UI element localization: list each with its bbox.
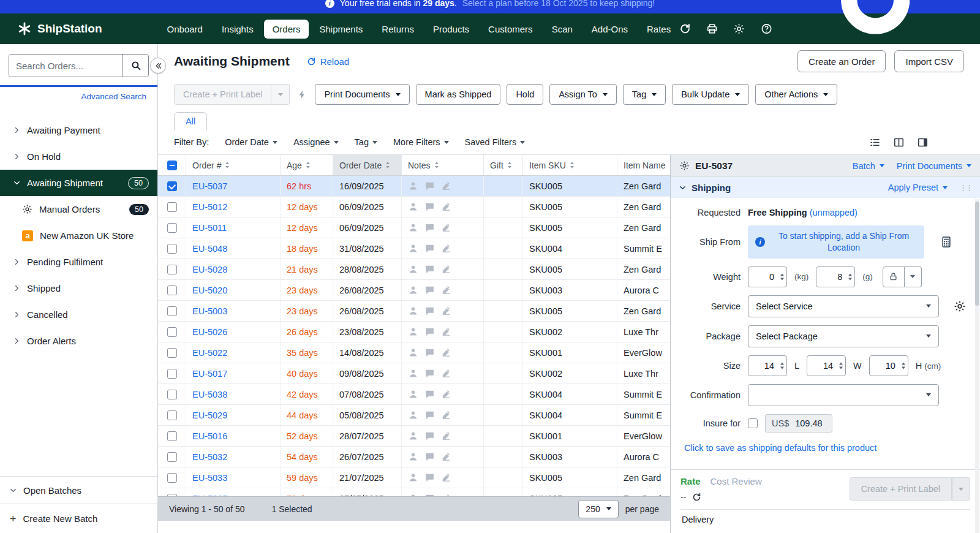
- order-number-link[interactable]: EU-5026: [192, 327, 227, 337]
- assignee-icon[interactable]: [408, 306, 418, 316]
- mark-as-shipped-button[interactable]: Mark as Shipped: [416, 84, 501, 105]
- gear-icon[interactable]: [679, 161, 690, 171]
- open-batches-toggle[interactable]: Open Batches: [0, 476, 157, 504]
- table-row[interactable]: EU-5026 26 days 23/08/2025 SKU002 Luxe T…: [158, 322, 670, 342]
- edit-note-icon[interactable]: [441, 264, 451, 274]
- service-select[interactable]: Select Service: [748, 295, 939, 317]
- row-checkbox[interactable]: [167, 306, 177, 316]
- filter-assignee[interactable]: Assignee: [293, 137, 339, 147]
- nav-shipments[interactable]: Shipments: [311, 20, 371, 39]
- service-settings-gear-icon[interactable]: [954, 300, 966, 312]
- confirmation-select[interactable]: [748, 384, 939, 406]
- apply-preset-dropdown[interactable]: Apply Preset: [888, 183, 948, 192]
- order-number-link[interactable]: EU-5029: [192, 410, 227, 420]
- row-checkbox[interactable]: [167, 181, 177, 191]
- stepper-arrows[interactable]: [780, 362, 784, 369]
- print-documents-dropdown[interactable]: Print Documents: [897, 161, 971, 171]
- printer-icon[interactable]: [706, 23, 718, 35]
- density-view-icon[interactable]: [869, 137, 881, 148]
- assignee-icon[interactable]: [408, 327, 418, 337]
- order-number-link[interactable]: EU-5017: [192, 369, 227, 379]
- edit-note-icon[interactable]: [441, 347, 451, 358]
- chevron-down-icon[interactable]: [679, 184, 686, 191]
- nav-rates[interactable]: Rates: [638, 20, 679, 39]
- nav-scan[interactable]: Scan: [543, 20, 581, 39]
- row-checkbox[interactable]: [167, 265, 177, 274]
- note-bubble-icon[interactable]: [424, 452, 435, 462]
- help-icon[interactable]: [761, 23, 772, 35]
- per-page-select[interactable]: 250: [578, 500, 618, 518]
- row-checkbox[interactable]: [167, 223, 177, 233]
- order-number-link[interactable]: EU-5003: [192, 306, 227, 316]
- column-order-number[interactable]: Order #: [186, 155, 281, 175]
- create-an-order-button[interactable]: Create an Order: [797, 50, 886, 72]
- filter-more-filters[interactable]: More Filters: [393, 137, 449, 147]
- assignee-icon[interactable]: [408, 285, 418, 295]
- note-bubble-icon[interactable]: [424, 243, 435, 254]
- table-row[interactable]: EU-5029 44 days 05/08/2025 SKU004 Summit…: [158, 405, 670, 426]
- sidebar-item-new-amazon-uk-store[interactable]: a New Amazon UK Store: [0, 222, 157, 249]
- row-checkbox[interactable]: [167, 369, 177, 379]
- sidebar-item-order-alerts[interactable]: Order Alerts: [0, 328, 157, 354]
- table-row[interactable]: EU-5020 23 days 26/08/2025 SKU003 Aurora…: [158, 280, 670, 301]
- table-row[interactable]: EU-5022 35 days 14/08/2025 SKU001 EverGl…: [158, 342, 670, 363]
- sidebar-item-manual-orders[interactable]: Manual Orders 50: [0, 196, 157, 222]
- edit-note-icon[interactable]: [441, 222, 451, 233]
- assignee-icon[interactable]: [408, 410, 418, 420]
- order-number-link[interactable]: EU-5032: [192, 452, 227, 462]
- ship-from-message-link[interactable]: To start shipping, add a Ship From Locat…: [771, 230, 917, 254]
- table-row[interactable]: EU-5017 40 days 09/08/2025 SKU002 Luxe T…: [158, 363, 670, 384]
- note-bubble-icon[interactable]: [424, 472, 435, 483]
- column-age[interactable]: Age: [281, 155, 333, 175]
- columns-view-icon[interactable]: [893, 137, 905, 148]
- refresh-icon[interactable]: [679, 23, 691, 35]
- sidebar-item-on-hold[interactable]: On Hold: [0, 143, 157, 170]
- edit-note-icon[interactable]: [441, 389, 451, 399]
- advanced-search-link[interactable]: Advanced Search: [11, 92, 146, 101]
- assignee-icon[interactable]: [408, 243, 418, 254]
- table-row[interactable]: EU-5028 21 days 28/08/2025 SKU005 Zen Ga…: [158, 259, 670, 280]
- order-number-link[interactable]: EU-5048: [192, 244, 227, 254]
- row-checkbox[interactable]: [167, 285, 177, 295]
- edit-note-icon[interactable]: [441, 431, 451, 441]
- assignee-icon[interactable]: [408, 202, 418, 212]
- import-csv-button[interactable]: Import CSV: [894, 50, 964, 72]
- assignee-icon[interactable]: [408, 389, 418, 399]
- cost-review-tab[interactable]: Cost Review: [710, 476, 762, 486]
- bulk-update-button[interactable]: Bulk Update: [672, 84, 749, 105]
- assignee-icon[interactable]: [408, 472, 418, 483]
- note-bubble-icon[interactable]: [424, 285, 435, 295]
- stepper-arrows[interactable]: [902, 362, 905, 369]
- edit-note-icon[interactable]: [441, 181, 451, 191]
- assignee-icon[interactable]: [408, 181, 418, 191]
- note-bubble-icon[interactable]: [424, 368, 435, 379]
- nav-customers[interactable]: Customers: [480, 20, 541, 39]
- nav-insights[interactable]: Insights: [213, 20, 262, 39]
- edit-note-icon[interactable]: [441, 285, 451, 295]
- edit-note-icon[interactable]: [441, 306, 451, 316]
- note-bubble-icon[interactable]: [424, 202, 435, 212]
- unmapped-link[interactable]: (unmapped): [810, 208, 858, 217]
- row-checkbox[interactable]: [167, 431, 177, 441]
- edit-note-icon[interactable]: [441, 410, 451, 420]
- row-checkbox[interactable]: [167, 244, 177, 254]
- package-select[interactable]: Select Package: [748, 325, 939, 347]
- edit-note-icon[interactable]: [441, 368, 451, 379]
- column-order-date[interactable]: Order Date: [333, 155, 402, 175]
- trial-plan-link[interactable]: Select a plan before 18 Oct 2025 to keep…: [462, 0, 655, 8]
- order-number-link[interactable]: EU-5020: [192, 285, 227, 295]
- other-actions-button[interactable]: Other Actions: [755, 84, 837, 105]
- select-all-checkbox[interactable]: [167, 161, 177, 170]
- brand-logo[interactable]: ShipStation: [17, 21, 102, 36]
- nav-products[interactable]: Products: [424, 20, 478, 39]
- assignee-icon[interactable]: [408, 452, 418, 462]
- tag-button[interactable]: Tag: [623, 84, 666, 105]
- assignee-icon[interactable]: [408, 264, 418, 274]
- create-print-label-dropdown[interactable]: [952, 477, 970, 501]
- insure-amount-field[interactable]: US$ 109.48: [765, 414, 832, 433]
- assign-to-button[interactable]: Assign To: [549, 84, 617, 105]
- table-row[interactable]: EU-5016 52 days 28/07/2025 SKU001 EverGl…: [158, 426, 670, 447]
- order-number-link[interactable]: EU-5012: [192, 202, 227, 212]
- batch-dropdown[interactable]: Batch: [853, 161, 884, 171]
- filter-tag[interactable]: Tag: [355, 137, 377, 147]
